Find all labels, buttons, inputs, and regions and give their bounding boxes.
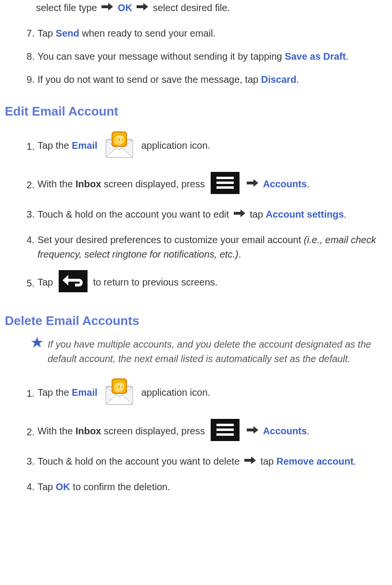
ok-keyword: OK bbox=[56, 481, 70, 492]
text: when ready to send your email. bbox=[79, 28, 216, 39]
text: With the bbox=[38, 179, 76, 189]
accounts-keyword: Accounts bbox=[263, 426, 307, 436]
step-body: Tap OK to confirm the deletion. bbox=[38, 480, 387, 494]
delete-step-4: 4. Tap OK to confirm the deletion. bbox=[24, 480, 387, 494]
text: Tap the bbox=[38, 387, 72, 398]
step-8: 8. You can save your message without sen… bbox=[24, 49, 387, 64]
edit-step-4: 4. Set your desired preferences to custo… bbox=[24, 233, 387, 261]
step-body: Tap to return to previous screens. bbox=[38, 270, 387, 296]
back-icon bbox=[59, 270, 88, 296]
step-body: Set your desired preferences to customiz… bbox=[38, 233, 387, 261]
text: . bbox=[307, 179, 310, 189]
step-9: 9. If you do not want to send or save th… bbox=[24, 72, 387, 87]
note: If you have multiple accounts, and you d… bbox=[31, 337, 387, 366]
step-number: 2. bbox=[24, 425, 38, 439]
text: Tap bbox=[38, 481, 56, 492]
step-7: 7. Tap Send when ready to send your emai… bbox=[24, 26, 387, 40]
step-number: 3. bbox=[24, 207, 38, 221]
step-body: Touch & hold on the account you want to … bbox=[38, 454, 387, 471]
text: . bbox=[296, 74, 299, 85]
edit-step-3: 3. Touch & hold on the account you want … bbox=[24, 207, 387, 224]
text: tap bbox=[247, 209, 266, 220]
text: Tap bbox=[38, 277, 56, 287]
inbox-keyword: Inbox bbox=[76, 426, 101, 436]
text: With the bbox=[38, 426, 76, 436]
delete-step-2: 2. With the Inbox screen displayed, pres… bbox=[24, 419, 387, 445]
delete-step-3: 3. Touch & hold on the account you want … bbox=[24, 454, 387, 471]
text: to confirm the deletion. bbox=[70, 481, 170, 492]
step-number: 4. bbox=[24, 480, 38, 494]
arrow-right-icon bbox=[243, 454, 257, 471]
text: select desired file. bbox=[153, 2, 230, 13]
arrow-right-icon bbox=[136, 0, 149, 17]
heading-edit-email-account: Edit Email Account bbox=[5, 102, 387, 121]
step-body: With the Inbox screen displayed, press A… bbox=[38, 172, 387, 198]
step-number: 7. bbox=[24, 26, 38, 40]
send-keyword: Send bbox=[56, 28, 79, 39]
step-body: Tap the Email application icon. bbox=[38, 377, 387, 410]
step-number: 3. bbox=[24, 454, 38, 468]
step-number: 5. bbox=[24, 276, 38, 290]
step-body: Tap the Email application icon. bbox=[38, 130, 387, 163]
edit-step-2: 2. With the Inbox screen displayed, pres… bbox=[24, 172, 387, 198]
delete-step-1: 1. Tap the Email application icon. bbox=[24, 377, 387, 410]
text: screen displayed, press bbox=[101, 179, 207, 189]
heading-delete-email-accounts: Delete Email Accounts bbox=[5, 312, 387, 330]
step-number: 1. bbox=[24, 386, 38, 401]
save-as-draft-keyword: Save as Draft bbox=[285, 51, 346, 62]
intro-continuation: select file type OK select desired file. bbox=[36, 0, 387, 17]
email-keyword: Email bbox=[72, 140, 97, 151]
edit-step-1: 1. Tap the Email application icon. bbox=[24, 130, 387, 163]
step-body: With the Inbox screen displayed, press A… bbox=[38, 419, 387, 445]
text: . bbox=[354, 456, 356, 467]
text: . bbox=[307, 426, 310, 436]
text: application icon. bbox=[141, 140, 210, 151]
edit-step-5: 5. Tap to return to previous screens. bbox=[24, 270, 387, 296]
text: Touch & hold on the account you want to … bbox=[38, 456, 242, 467]
text: screen displayed, press bbox=[101, 426, 207, 436]
accounts-keyword: Accounts bbox=[263, 179, 307, 189]
text: tap bbox=[258, 456, 277, 467]
arrow-right-icon bbox=[101, 0, 114, 17]
text: . bbox=[346, 51, 349, 62]
text: Tap the bbox=[38, 140, 72, 151]
email-keyword: Email bbox=[72, 387, 97, 398]
account-settings-keyword: Account settings bbox=[266, 209, 344, 220]
text: If you do not want to send or save the m… bbox=[38, 74, 261, 85]
step-number: 2. bbox=[24, 178, 38, 192]
step-number: 8. bbox=[24, 49, 38, 64]
step-body: Tap Send when ready to send your email. bbox=[38, 26, 387, 40]
ok-keyword: OK bbox=[118, 2, 132, 13]
arrow-right-icon bbox=[246, 423, 259, 441]
note-text: If you have multiple accounts, and you d… bbox=[48, 337, 387, 366]
email-app-icon bbox=[103, 130, 136, 163]
text: Set your desired preferences to customiz… bbox=[38, 234, 304, 245]
text: . bbox=[344, 209, 347, 220]
text: select file type bbox=[36, 2, 100, 13]
text: . bbox=[239, 249, 241, 260]
arrow-right-icon bbox=[233, 207, 246, 224]
step-number: 4. bbox=[24, 233, 38, 247]
step-number: 1. bbox=[24, 139, 38, 154]
step-body: If you do not want to send or save the m… bbox=[38, 72, 387, 87]
menu-icon bbox=[211, 419, 240, 445]
step-number: 9. bbox=[24, 72, 38, 87]
remove-account-keyword: Remove account bbox=[277, 456, 354, 467]
discard-keyword: Discard bbox=[261, 74, 296, 85]
text: application icon. bbox=[141, 387, 210, 398]
menu-icon bbox=[211, 172, 240, 198]
text: Tap bbox=[38, 28, 56, 39]
inbox-keyword: Inbox bbox=[76, 179, 101, 189]
step-body: Touch & hold on the account you want to … bbox=[38, 207, 387, 224]
arrow-right-icon bbox=[246, 176, 259, 194]
text: Touch & hold on the account you want to … bbox=[38, 209, 232, 220]
text: You can save your message without sendin… bbox=[38, 51, 285, 62]
star-bullet-icon bbox=[31, 337, 43, 366]
text: to return to previous screens. bbox=[93, 277, 217, 287]
email-app-icon bbox=[103, 377, 136, 410]
step-body: You can save your message without sendin… bbox=[38, 49, 387, 64]
